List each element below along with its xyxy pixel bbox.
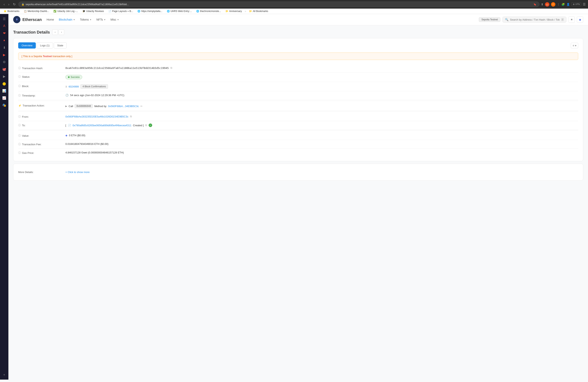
bookmark-item[interactable]: 🌐 UHRS Web Entry:... [165, 9, 193, 13]
nav-nfts[interactable]: NFTs ▼ [96, 18, 106, 21]
back-button[interactable]: ‹ [2, 2, 6, 7]
fee-label: ⓘ Transaction Fee: [18, 142, 62, 146]
next-tx-button[interactable]: › [59, 29, 64, 35]
info-icon-timestamp[interactable]: ⓘ [18, 94, 21, 97]
to-value: [ 📄 0x790a8fd5c6265be0656a689d695e4f4bec… [65, 123, 578, 127]
info-icon-block[interactable]: ⓘ [18, 84, 21, 88]
gas-label: ⓘ Gas Price: [18, 151, 62, 155]
more-details-card: More Details: + Click to show more [13, 164, 583, 181]
sidebar-icon-menu[interactable]: ☰ [1, 16, 7, 22]
copy-to-button[interactable]: ⧉ [145, 124, 147, 127]
copy-hash-button[interactable]: ⧉ [170, 66, 172, 70]
view-options-button[interactable]: ≡ ▾ [571, 43, 578, 48]
bookmark-item[interactable]: 📋 Mentorship Dashb... [22, 9, 51, 13]
url-text: sepolia.etherscan.io/tx/0xa67e91cd093a95… [26, 3, 532, 6]
bookmark-item[interactable]: 🎓 Udacity Reviews [81, 9, 105, 13]
sidebar-icon-github[interactable]: 🐙 [1, 66, 7, 72]
tab-overview[interactable]: Overview [18, 42, 36, 49]
search-shortcut: / [561, 18, 564, 21]
menu-btn[interactable]: ☰ [583, 2, 586, 6]
page-title: Transaction Details [13, 30, 50, 35]
sepolia-badge[interactable]: Sepolia Testnet [479, 17, 500, 22]
transaction-hash-label: ⓘ Transaction Hash: [18, 66, 62, 70]
search-input[interactable] [510, 18, 560, 21]
block-row: ⓘ Block: ⧖ 6024999 4 Block Confirmations [18, 82, 578, 91]
sidebar-icon-a[interactable]: A [1, 23, 7, 29]
search-icon: 🔍 [505, 18, 508, 21]
sidebar-icon-gear[interactable]: ⚙ [1, 59, 7, 65]
value-value: ◆ 0 ETH ($0.00) [65, 134, 578, 137]
info-icon-to[interactable]: ⓘ [18, 123, 21, 127]
more-details-row: More Details: + Click to show more [18, 168, 578, 176]
show-more-button[interactable]: + Click to show more [65, 171, 90, 174]
timestamp-label: ⓘ Timestamp: [18, 94, 62, 97]
nav-blockchain[interactable]: Blockchain ▼ [59, 18, 75, 21]
refresh-button[interactable]: ↻ [12, 2, 17, 7]
nav-misc[interactable]: Misc ▼ [111, 18, 119, 21]
bookmark-item[interactable]: 🌐 thechronicmonste... [195, 9, 223, 13]
bookmarks-bar: ⭐ Bookmarks 📋 Mentorship Dashb... ✅ Udac… [0, 9, 588, 14]
info-icon-hash[interactable]: ⓘ [18, 66, 21, 70]
bracket-open: [ [65, 124, 66, 127]
bookmark-item[interactable]: ✅ Udacity Job Log -... [52, 9, 79, 13]
theme-toggle[interactable]: ☀ [568, 16, 575, 23]
bookmark-item[interactable]: 📁 Anniversary [224, 9, 243, 13]
sidebar-icon-circle[interactable]: ⬤ [1, 80, 7, 87]
bookmark-item[interactable]: 📄 Page Layouts » B... [107, 9, 135, 13]
bookmark-separator: » [245, 10, 246, 13]
browser-right-icons: ⬆ 🦊 ⬡ ⋮ 🧩 👤 ⊕ VPN ☰ [541, 2, 586, 7]
extensions-btn[interactable]: 🧩 [561, 3, 565, 6]
tab-state[interactable]: State [54, 42, 67, 49]
edit-icon[interactable]: ✏ [140, 105, 143, 108]
nav-right: Sepolia Testnet 🔍 / ☀ ◆ [479, 16, 583, 23]
vpn-badge[interactable]: ⊕ VPN [571, 2, 581, 6]
bookmark-item[interactable]: ⭐ Bookmarks [2, 9, 21, 13]
prev-tx-button[interactable]: ‹ [52, 29, 58, 35]
sidebar-icon-video[interactable]: ▶ [1, 73, 7, 79]
copy-from-button[interactable]: ⧉ [130, 115, 132, 118]
sidebar-icon-mask[interactable]: 🎭 [1, 102, 7, 108]
sidebar-icon-add[interactable]: + [1, 372, 7, 378]
to-address-link[interactable]: 0x790a8fd5c6265be0656a689d695e4f4becea43… [73, 124, 131, 127]
details-table: ⓘ Transaction Hash: 0xa67e91cd093a950c21… [18, 64, 578, 157]
lightning-icon: ⚡ [18, 104, 21, 107]
timestamp-value: 🕐 54 secs ago (Jun-02-2024 12:29:36 PM +… [65, 94, 578, 97]
main-content: Etherscan Home Blockchain ▼ Tokens ▼ NFT… [8, 14, 588, 380]
gas-value: 4.846157128 Gwei (0.000000004846157128 E… [65, 151, 578, 154]
hash-text: 0xa67e91cd093a950c211dce23566a9fa87a1180… [65, 67, 169, 70]
info-icon-from[interactable]: ⓘ [18, 115, 21, 118]
nav-links: Home Blockchain ▼ Tokens ▼ NFTs ▼ Misc ▼ [47, 18, 119, 21]
nav-home[interactable]: Home [47, 18, 54, 21]
from-address-link[interactable]: 0x560F68bAe283235D20E5a46b1026D0234E9B5C… [65, 115, 128, 118]
info-icon-status[interactable]: ⓘ [18, 75, 21, 78]
sidebar-icon-diamond[interactable]: ♦ [1, 37, 7, 43]
action-address-link[interactable]: 0x560F68bA...34E9B5C3c [108, 105, 139, 108]
profile-btn[interactable]: 👤 [567, 3, 570, 6]
bookmark-item[interactable]: 📁 All Bookmarks [247, 9, 270, 13]
eth-icon[interactable]: ◆ [577, 16, 583, 23]
sidebar-icon-play[interactable]: ▶ [1, 52, 7, 58]
nav-tokens[interactable]: Tokens ▼ [80, 18, 92, 21]
sidebar-icon-chart[interactable]: 📊 [1, 88, 7, 94]
block-number-link[interactable]: 6024999 [69, 85, 79, 88]
share-icon[interactable]: ⬆ [541, 3, 543, 6]
method-badge: 0x60806040 [75, 104, 93, 108]
sidebar-icon-heart[interactable]: ❤ [1, 30, 7, 36]
warning-banner: [ This is a Sepolia Testnet transaction … [18, 53, 578, 60]
sidebar-icon-download[interactable]: ⬇ [1, 44, 7, 51]
warning-testnet: Testnet [43, 55, 52, 58]
info-icon-gas[interactable]: ⓘ [18, 151, 21, 155]
tab-logs[interactable]: Logs (1) [37, 42, 53, 49]
info-icon-fee[interactable]: ⓘ [18, 142, 21, 146]
bookmark-icon[interactable]: 🔖 [533, 3, 536, 6]
logo[interactable]: Etherscan [13, 16, 42, 23]
address-bar[interactable]: 🔒 sepolia.etherscan.io/tx/0xa67e91cd093a… [18, 1, 540, 7]
forward-button[interactable]: › [7, 2, 10, 7]
extension-icon3: ⋮ [557, 3, 560, 6]
transaction-action-row: ⚡ Transaction Action: ▶ Call 0x60806040 … [18, 102, 578, 111]
page-area: Transaction Details ‹ › Overview Logs (1… [8, 25, 588, 185]
bookmark-item[interactable]: 🌐 https://simplydalla... [136, 9, 164, 13]
sidebar-icon-trending[interactable]: 📈 [1, 95, 7, 101]
info-icon-value[interactable]: ⓘ [18, 134, 21, 137]
block-label: ⓘ Block: [18, 84, 62, 88]
